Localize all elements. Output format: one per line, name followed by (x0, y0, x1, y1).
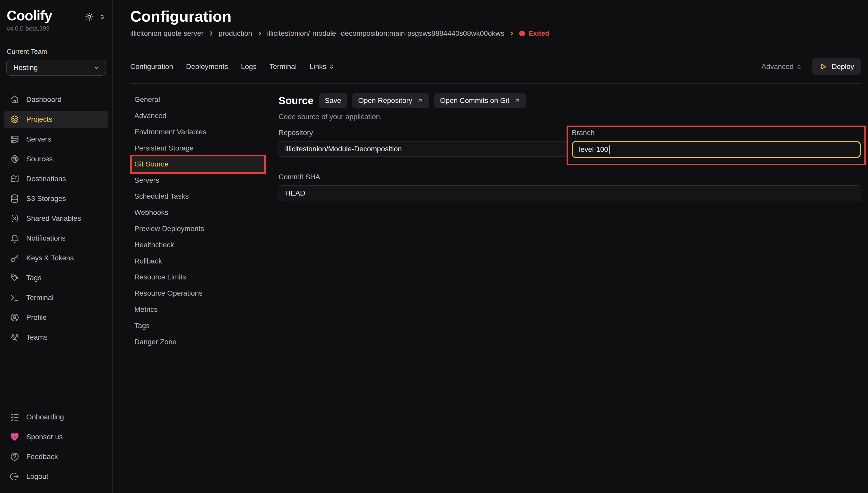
subnav-item-environment-variables[interactable]: Environment Variables (130, 124, 266, 140)
subnav-item-scheduled-tasks[interactable]: Scheduled Tasks (130, 188, 266, 205)
subnav-item-webhooks[interactable]: Webhooks (130, 205, 266, 221)
sidebar-item-feedback[interactable]: Feedback (4, 448, 108, 465)
sidebar-item-onboarding[interactable]: Onboarding (4, 409, 108, 426)
sidebar-item-label: Teams (26, 333, 47, 341)
breadcrumb-application[interactable]: illicitestonion/-module--decomposition:m… (267, 29, 504, 38)
map-icon (10, 174, 20, 184)
sidebar-item-shared-variables[interactable]: Shared Variables (4, 210, 108, 227)
subnav-item-resource-operations[interactable]: Resource Operations (130, 285, 266, 302)
logout-icon (10, 472, 20, 481)
sidebar-item-dashboard[interactable]: Dashboard (4, 91, 108, 108)
breadcrumb-environment[interactable]: production (218, 29, 252, 38)
commit-sha-label: Commit SHA (278, 173, 861, 181)
tab-logs[interactable]: Logs (241, 63, 257, 71)
chevrons-up-down-icon (329, 64, 335, 70)
tab-terminal[interactable]: Terminal (270, 63, 297, 71)
app-version: v4.0.0-beta.399 (7, 25, 106, 32)
chevrons-up-down-icon[interactable] (99, 14, 106, 20)
chevron-down-icon (93, 64, 100, 71)
tab-deployments[interactable]: Deployments (186, 63, 228, 71)
current-team-label: Current Team (7, 48, 106, 56)
chevron-right-icon (208, 30, 214, 37)
branch-value: level-100 (579, 145, 608, 154)
sidebar: Coolify v4.0.0-beta.399 Current Team Hos… (0, 0, 113, 493)
chevron-right-icon (508, 30, 515, 37)
commit-sha-input[interactable]: HEAD (278, 185, 861, 201)
breadcrumb: illicitonion quote server production ill… (130, 29, 861, 38)
subnav-item-preview-deployments[interactable]: Preview Deployments (130, 221, 266, 237)
open-repository-label: Open Repository (358, 97, 412, 105)
sidebar-item-tags[interactable]: Tags (4, 270, 108, 286)
tab-links[interactable]: Links (310, 63, 335, 71)
advanced-selector[interactable]: Advanced (761, 63, 802, 71)
play-icon (819, 63, 827, 71)
sidebar-item-label: Sponsor us (26, 433, 63, 441)
sidebar-item-destinations[interactable]: Destinations (4, 170, 108, 187)
subnav-item-resource-limits[interactable]: Resource Limits (130, 269, 266, 285)
branch-field-column: Branch level-100 (572, 129, 861, 165)
subnav-item-persistent-storage[interactable]: Persistent Storage (130, 140, 266, 156)
breadcrumb-project[interactable]: illicitonion quote server (130, 29, 204, 38)
tag-icon (10, 273, 20, 283)
commit-sha-field-group: Commit SHA HEAD (278, 173, 861, 201)
sidebar-footer-nav: Onboarding Sponsor us Feedback Logout (4, 409, 108, 488)
sidebar-item-teams[interactable]: Teams (4, 329, 108, 346)
sidebar-item-logout[interactable]: Logout (4, 468, 108, 485)
advanced-label: Advanced (761, 63, 793, 71)
user-circle-icon (10, 313, 20, 322)
branch-label: Branch (572, 129, 861, 137)
sidebar-item-projects[interactable]: Projects (4, 111, 108, 128)
open-repository-button[interactable]: Open Repository (352, 93, 429, 108)
sidebar-item-sponsor-us[interactable]: Sponsor us (4, 428, 108, 445)
text-cursor (609, 145, 610, 154)
sidebar-item-sources[interactable]: Sources (4, 151, 108, 168)
sidebar-item-keys-tokens[interactable]: Keys & Tokens (4, 250, 108, 266)
subnav-item-git-source-annotation: Git Source (130, 155, 266, 174)
sidebar-item-s3-storages[interactable]: S3 Storages (4, 190, 108, 207)
subnav-item-healthcheck[interactable]: Healthcheck (130, 237, 266, 253)
subnav-item-general[interactable]: General (130, 92, 266, 108)
subnav-item-danger-zone[interactable]: Danger Zone (130, 334, 266, 350)
sidebar-item-label: Notifications (26, 234, 66, 242)
help-circle-icon (10, 452, 20, 462)
status-badge: Exited (519, 29, 549, 38)
sidebar-item-notifications[interactable]: Notifications (4, 230, 108, 247)
save-button[interactable]: Save (319, 93, 347, 108)
sidebar-item-profile[interactable]: Profile (4, 309, 108, 326)
external-link-icon (417, 97, 423, 104)
page-title: Configuration (130, 7, 861, 26)
git-source-section: Source Save Open Repository Open Commits… (278, 92, 861, 493)
deploy-button[interactable]: Deploy (812, 58, 861, 75)
subnav-item-servers[interactable]: Servers (130, 172, 266, 188)
branch-input[interactable]: level-100 (572, 141, 861, 158)
layers-icon (10, 114, 20, 124)
subnav-item-git-source[interactable]: Git Source (132, 156, 264, 172)
open-commits-button[interactable]: Open Commits on Git (434, 93, 526, 108)
server-icon (10, 134, 20, 144)
subnav-item-metrics[interactable]: Metrics (130, 302, 266, 318)
tab-configuration[interactable]: Configuration (130, 63, 173, 71)
sidebar-item-servers[interactable]: Servers (4, 131, 108, 148)
team-select[interactable]: Hosting (6, 60, 106, 76)
subnav-item-tags[interactable]: Tags (130, 318, 266, 334)
status-dot-icon (519, 30, 525, 36)
theme-toggle-sun-icon[interactable] (84, 12, 94, 22)
source-description: Code source of your application. (278, 113, 861, 121)
deploy-label: Deploy (832, 63, 854, 71)
configuration-content: General Advanced Environment Variables P… (130, 92, 861, 493)
source-form-grid: Repository illicitestonion/Module-Decomp… (278, 129, 861, 165)
open-commits-label: Open Commits on Git (440, 97, 509, 105)
sidebar-item-label: Destinations (26, 175, 66, 183)
database-icon (10, 194, 20, 203)
external-link-icon (513, 97, 520, 104)
repository-input[interactable]: illicitestonion/Module-Decomposition (278, 141, 568, 157)
sidebar-item-label: Shared Variables (26, 214, 81, 222)
sidebar-item-terminal[interactable]: Terminal (4, 289, 108, 306)
save-label: Save (325, 97, 341, 105)
subnav-item-rollback[interactable]: Rollback (130, 253, 266, 269)
tabs-divider (130, 83, 861, 84)
coolify-app: Coolify v4.0.0-beta.399 Current Team Hos… (0, 0, 868, 493)
branch-field-group: Branch level-100 (572, 129, 861, 158)
tab-links-label: Links (310, 63, 326, 71)
subnav-item-advanced[interactable]: Advanced (130, 108, 266, 124)
